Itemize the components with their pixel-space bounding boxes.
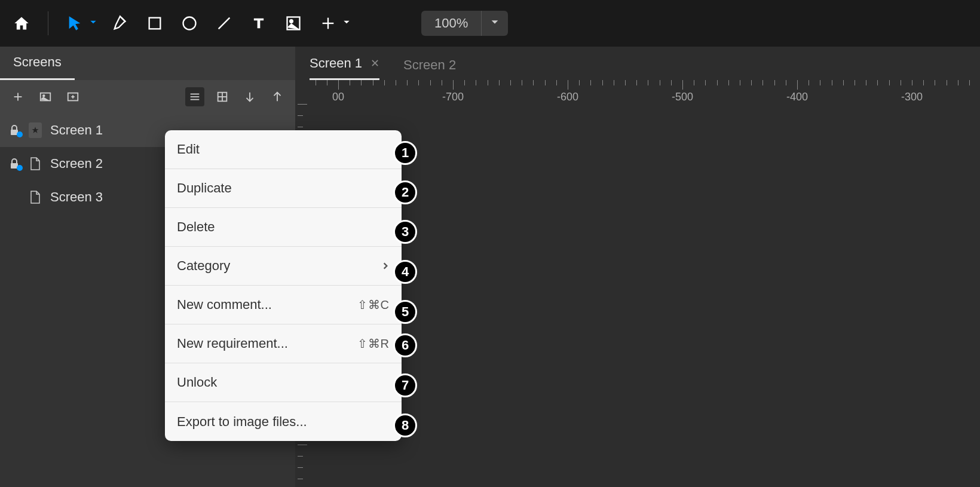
annotation-badge: 1 [393,141,417,165]
context-menu-label: Duplicate [177,180,232,196]
screen-label: Screen 2 [50,156,103,171]
collapse-button[interactable] [240,87,259,106]
sidebar-toolbar [0,80,295,114]
add-tool[interactable] [316,11,340,35]
context-menu-item[interactable]: Export to image files... [165,402,402,441]
view-grid-button[interactable] [213,87,232,106]
context-menu-label: Export to image files... [177,414,307,430]
annotation-badge: 6 [393,333,417,357]
close-tab-icon[interactable]: ✕ [370,57,379,70]
canvas-tabs: Screen 1 ✕ Screen 2 [295,47,980,80]
expand-button[interactable] [268,87,287,106]
context-menu-label: Category [177,258,230,274]
context-menu-item[interactable]: Duplicate [165,169,402,208]
annotation-badge: 8 [393,414,417,437]
canvas-tab-label: Screen 2 [403,57,456,73]
context-menu-item[interactable]: Delete [165,208,402,247]
annotation-badge: 5 [393,300,417,324]
annotation-badge: 4 [393,260,417,284]
svg-point-1 [183,17,196,30]
canvas-tab-label: Screen 1 [310,56,362,71]
annotation-badge: 7 [393,373,417,397]
page-icon [29,156,42,171]
add-screen-button[interactable] [8,87,27,106]
page-icon [29,189,42,205]
context-menu-label: Unlock [177,375,217,390]
sidebar-tab-screens[interactable]: Screens [0,46,75,80]
canvas-tab[interactable]: Screen 2 [403,57,456,80]
top-toolbar: 100% [0,0,980,47]
context-menu-item[interactable]: New requirement...⇧⌘R [165,324,402,363]
screen-label: Screen 3 [50,189,103,205]
add-folder-button[interactable] [63,87,82,106]
shortcut-label: ⇧⌘R [357,336,390,351]
context-menu-item[interactable]: New comment...⇧⌘C [165,286,402,324]
ruler-horizontal: 00-700-600-500-400-300 [310,80,980,104]
text-tool[interactable] [247,11,271,35]
pen-tool[interactable] [108,11,132,35]
toolbar-divider [48,11,48,35]
context-menu-label: New comment... [177,297,272,313]
star-page-icon [29,122,42,138]
screen-label: Screen 1 [50,122,103,138]
add-image-screen-button[interactable] [36,87,55,106]
svg-rect-0 [149,18,161,29]
select-tool-options[interactable] [89,18,97,29]
lock-icon [8,125,20,136]
zoom-control[interactable]: 100% [421,11,508,36]
home-button[interactable] [10,11,33,35]
add-tool-options[interactable] [342,18,351,29]
view-list-button[interactable] [185,87,204,106]
image-tool[interactable] [281,11,305,35]
shortcut-label: ⇧⌘C [357,298,390,312]
context-menu-label: New requirement... [177,336,288,351]
canvas-tab[interactable]: Screen 1 ✕ [310,56,379,80]
lock-icon [8,158,20,169]
svg-line-2 [219,18,230,29]
rectangle-tool[interactable] [143,11,167,35]
annotation-badge: 3 [393,220,417,244]
context-menu: EditDuplicateDeleteCategoryNew comment..… [165,130,402,441]
svg-point-10 [43,95,45,97]
chevron-right-icon [381,259,390,273]
context-menu-item[interactable]: Edit [165,130,402,169]
context-menu-item[interactable]: Category [165,247,402,286]
ellipse-tool[interactable] [177,11,201,35]
context-menu-label: Delete [177,219,215,235]
context-menu-label: Edit [177,142,200,157]
annotation-badge: 2 [393,180,417,204]
svg-point-4 [290,20,293,23]
zoom-dropdown[interactable] [482,17,508,29]
line-tool[interactable] [212,11,236,35]
context-menu-item[interactable]: Unlock [165,363,402,402]
select-tool[interactable] [63,11,87,35]
zoom-value[interactable]: 100% [421,11,482,36]
